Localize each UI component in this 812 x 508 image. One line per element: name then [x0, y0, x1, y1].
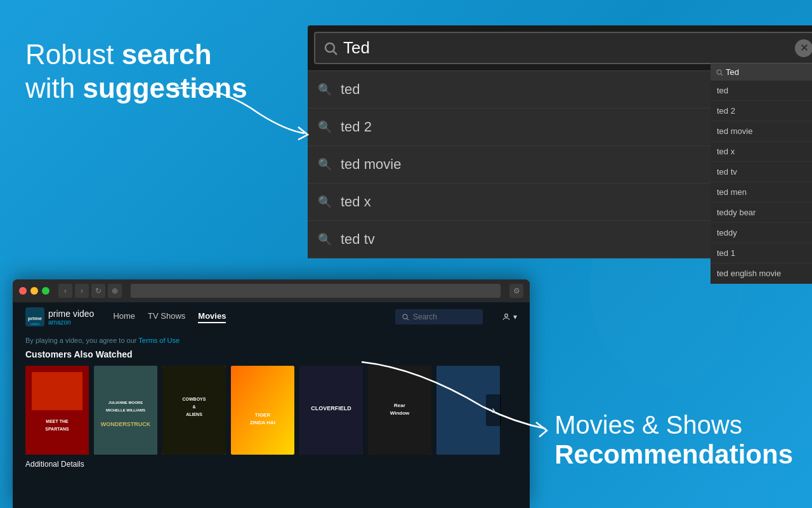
svg-line-12: [334, 51, 337, 55]
svg-text:COWBOYS: COWBOYS: [183, 397, 206, 401]
hero-line1-prefix: Robust: [25, 39, 122, 70]
svg-text:MICHELLE WILLIAMS: MICHELLE WILLIAMS: [106, 408, 145, 412]
movie-card-spartans[interactable]: MEET THE SPARTANS: [25, 366, 89, 455]
right-suggestion-1[interactable]: ted 2: [710, 101, 812, 121]
right-suggestions-list: ted ted 2 ted movie ted x ted tv ted men…: [710, 81, 812, 284]
prime-video-logo: prime video prime video amazon: [25, 307, 94, 326]
right-suggestion-8[interactable]: ted 1: [710, 243, 812, 264]
movie-card-spartans-label: MEET THE SPARTANS: [25, 366, 89, 455]
movie-card-cowboys-aliens[interactable]: COWBOYS & ALIENS: [162, 366, 226, 455]
prime-user-label: ▾: [513, 312, 517, 321]
movie-card-tiger-zinda-hai[interactable]: TIGER ZINDA HAI: [231, 366, 294, 455]
prime-user-menu[interactable]: ▾: [502, 312, 517, 321]
prime-search-bar[interactable]: [395, 309, 483, 324]
right-search-bar[interactable]: [710, 64, 812, 81]
right-suggestion-7[interactable]: teddy: [710, 223, 812, 243]
terms-bar: By playing a video, you agree to our Ter…: [25, 337, 517, 344]
bottom-text-line1: Movies & Shows: [554, 411, 793, 439]
prime-nav: Home TV Shows Movies: [113, 311, 226, 323]
svg-line-19: [721, 74, 723, 76]
right-suggestion-3[interactable]: ted x: [710, 142, 812, 162]
movie-card-cloverfield[interactable]: CLOVERFIELD: [299, 366, 363, 455]
minimize-window-button[interactable]: [30, 287, 38, 295]
prime-logo-text: prime video: [48, 309, 94, 319]
right-suggestion-4[interactable]: ted tv: [710, 162, 812, 182]
browser-nav-buttons: ‹ › ↻ ⊕: [58, 284, 122, 298]
search-icon: [323, 41, 338, 56]
right-suggestion-2[interactable]: ted movie: [710, 121, 812, 142]
terms-text: By playing a video, you agree to our: [25, 337, 138, 344]
svg-text:CLOVERFIELD: CLOVERFIELD: [311, 405, 351, 411]
maximize-window-button[interactable]: [42, 287, 49, 295]
movie-card-cowboys-label: COWBOYS & ALIENS: [162, 366, 226, 455]
browser-forward-button[interactable]: ›: [75, 284, 89, 298]
search-clear-button[interactable]: ✕: [795, 39, 812, 57]
browser-reload-button[interactable]: ↻: [91, 284, 105, 298]
movie-card-wonderstruck[interactable]: JULIANNE MOORE MICHELLE WILLIAMS WONDERS…: [94, 366, 157, 455]
prime-header: prime video prime video amazon Home TV S…: [13, 302, 530, 331]
svg-text:TIGER: TIGER: [255, 412, 271, 418]
additional-details: Additional Details: [25, 460, 517, 469]
main-search-bar[interactable]: ✕: [314, 32, 812, 64]
svg-point-18: [717, 70, 721, 74]
svg-rect-34: [162, 366, 226, 455]
svg-text:video: video: [30, 322, 40, 326]
svg-text:ZINDA HAI: ZINDA HAI: [250, 420, 275, 425]
browser-url-bar[interactable]: [131, 284, 501, 298]
svg-text:&: &: [192, 404, 195, 409]
svg-rect-38: [231, 366, 294, 455]
svg-rect-27: [32, 372, 82, 410]
hero-line2-prefix: with: [25, 72, 82, 104]
arrow-left-icon: [165, 76, 311, 152]
svg-text:ALIENS: ALIENS: [186, 412, 202, 417]
arrow-right-icon: [355, 356, 558, 438]
prime-nav-movies[interactable]: Movies: [198, 311, 226, 323]
svg-text:MEET THE: MEET THE: [46, 419, 69, 424]
prime-nav-home[interactable]: Home: [113, 311, 135, 323]
right-suggestion-5[interactable]: ted men: [710, 182, 812, 203]
svg-text:JULIANNE MOORE: JULIANNE MOORE: [108, 401, 143, 404]
bottom-right-text: Movies & Shows Recommendations: [554, 411, 793, 470]
terms-of-use-link[interactable]: Terms of Use: [138, 337, 180, 344]
browser-back-button[interactable]: ‹: [58, 284, 72, 298]
hero-line1-bold: search: [122, 39, 212, 70]
right-search-input[interactable]: [726, 67, 807, 77]
movie-card-tiger-label: TIGER ZINDA HAI: [231, 366, 294, 455]
svg-point-25: [505, 314, 508, 317]
prime-nav-tvshows[interactable]: TV Shows: [148, 311, 185, 323]
right-suggestion-9[interactable]: ted english movie: [710, 264, 812, 284]
search-input[interactable]: [343, 38, 790, 58]
prime-search-icon: [402, 313, 409, 321]
svg-text:prime: prime: [28, 316, 42, 321]
browser-titlebar: ‹ › ↻ ⊕ ⚙: [13, 279, 530, 302]
browser-new-tab-button[interactable]: ⊕: [108, 284, 122, 298]
browser-settings-button[interactable]: ⚙: [509, 284, 523, 298]
svg-line-24: [407, 318, 409, 320]
movie-card-wonderstruck-label: JULIANNE MOORE MICHELLE WILLIAMS WONDERS…: [94, 366, 157, 455]
svg-point-23: [403, 314, 407, 319]
right-suggestion-6[interactable]: teddy bear: [710, 203, 812, 223]
right-suggestion-0[interactable]: ted: [710, 81, 812, 101]
bottom-text-line2: Recommendations: [554, 439, 793, 470]
amazon-logo-icon: prime video: [25, 307, 44, 326]
right-search-panel: ted ted 2 ted movie ted x ted tv ted men…: [710, 64, 812, 284]
prime-search-input[interactable]: [413, 312, 476, 321]
close-window-button[interactable]: [19, 287, 27, 295]
movie-card-cloverfield-label: CLOVERFIELD: [299, 366, 363, 455]
prime-logo-sub: amazon: [48, 319, 94, 326]
right-search-icon: [716, 69, 723, 76]
svg-text:WONDERSTRUCK: WONDERSTRUCK: [101, 421, 151, 427]
user-icon: [502, 312, 511, 321]
svg-point-11: [325, 43, 334, 52]
svg-text:SPARTANS: SPARTANS: [45, 427, 69, 431]
